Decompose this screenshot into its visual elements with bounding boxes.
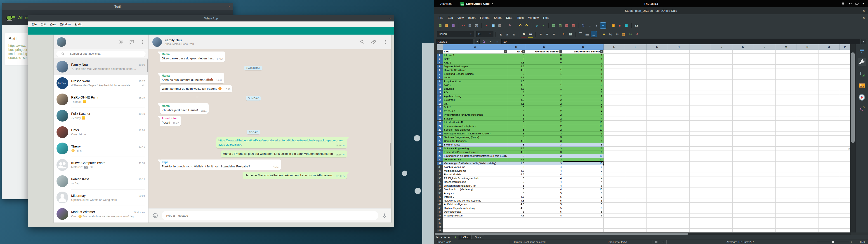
cell-B10[interactable]: 4.5 [507, 83, 525, 87]
search-input[interactable] [56, 51, 146, 57]
cell-C18[interactable]: 2 [525, 113, 563, 117]
cell-D32[interactable]: 2 [563, 165, 603, 169]
empty-cells[interactable] [603, 76, 851, 80]
cell-B18[interactable]: 3 [507, 113, 525, 117]
autofilter-button[interactable]: ▼ [600, 23, 606, 28]
cell-C42[interactable]: 5 [525, 203, 563, 207]
cell-D45[interactable]: 6 [563, 214, 603, 218]
add-decimal-button[interactable]: +.0 [627, 31, 633, 37]
redo-button[interactable]: ↷ [524, 23, 530, 28]
empty-cells[interactable] [603, 221, 851, 225]
empty-cells[interactable] [603, 195, 851, 199]
column-header-M[interactable]: M [775, 44, 797, 50]
cell-D23[interactable]: 3 [563, 132, 603, 135]
cell-A46[interactable] [443, 218, 507, 221]
column-header-D[interactable]: D [563, 44, 603, 50]
cell-A8[interactable]: Logik [443, 76, 507, 80]
cell-D4[interactable]: 2 [563, 61, 603, 65]
row-header-14[interactable]: 14 [437, 98, 443, 102]
align-left-button[interactable]: ≡ [538, 31, 544, 37]
cell-A45[interactable]: Projektpraktikum [443, 214, 507, 218]
cell-B33[interactable]: 4.5 [507, 169, 525, 173]
column-header-H[interactable]: H [668, 44, 689, 50]
cell-A30[interactable]: UK freie ECTS [443, 158, 507, 162]
cell-C24[interactable]: 3 [525, 135, 563, 140]
delete-columns-button[interactable]: ▥ [570, 23, 576, 28]
chat-list-scrollbar[interactable] [147, 59, 148, 72]
row-header-22[interactable]: 22 [437, 128, 443, 132]
menu-file[interactable]: File [436, 16, 445, 20]
menu-insert[interactable]: Insert [466, 16, 478, 20]
chat-list-item[interactable]: Mittermayr09:04Optimal, sunst warats ah … [54, 189, 148, 206]
row-header-1[interactable]: 1 [437, 50, 443, 54]
cell-D46[interactable] [563, 218, 603, 221]
row-header-43[interactable]: 43 [437, 206, 443, 210]
cell-C8[interactable]: 1 [525, 76, 563, 80]
cell-D8[interactable]: 1 [563, 76, 603, 80]
insert-mode-icon[interactable] [655, 240, 658, 244]
cell-C5[interactable]: 1 [525, 65, 563, 68]
empty-cells[interactable] [603, 94, 851, 98]
cell-B30[interactable]: 4.5 [507, 158, 525, 162]
calc-close-button[interactable]: × [863, 7, 865, 14]
cell-D11[interactable]: 3 [563, 87, 603, 91]
cell-D33[interactable]: 2 [563, 169, 603, 173]
cell-B6[interactable]: 4.5 [507, 68, 525, 72]
cell-A17[interactable]: PR Soft 2 [443, 109, 507, 113]
row-header-21[interactable]: 21 [437, 124, 443, 128]
row-header-35[interactable]: 35 [437, 177, 443, 180]
messages-scrollbar[interactable] [390, 143, 391, 165]
empty-cells[interactable] [603, 225, 851, 229]
cell-A16[interactable]: Soft 2 [443, 106, 507, 110]
sum-icon[interactable]: Σ [488, 39, 493, 44]
cell-A47[interactable] [443, 221, 507, 225]
format-number-button[interactable]: 0.0 [614, 31, 620, 37]
select-all-corner[interactable] [437, 44, 443, 50]
cell-D42[interactable]: 5 [563, 203, 603, 207]
font-name-combo[interactable]: Calibri ▼ [437, 31, 474, 37]
cell-D3[interactable]: 1 [563, 57, 603, 61]
row-header-15[interactable]: 15 [437, 102, 443, 106]
row-header-12[interactable]: 12 [437, 91, 443, 95]
empty-cells[interactable] [603, 102, 851, 106]
cut-button[interactable]: ✂ [484, 23, 490, 28]
properties-sidebar-icon[interactable] [858, 58, 866, 66]
empty-cells[interactable] [603, 57, 851, 61]
row-header-2[interactable]: 2 [437, 54, 443, 57]
empty-cells[interactable] [603, 206, 851, 210]
cell-A21[interactable]: Kommunikative Fertigkeiten [443, 124, 507, 128]
cell-C28[interactable]: 3 [525, 150, 563, 154]
chat-list-item[interactable]: Therry12:41 i di a [54, 140, 148, 157]
menu-kebab-icon[interactable] [140, 39, 145, 44]
cell-B9[interactable]: 1.5 [507, 80, 525, 83]
cell-A49[interactable] [443, 228, 507, 233]
column-header-G[interactable]: G [647, 44, 668, 50]
empty-cells[interactable] [603, 199, 851, 203]
empty-cells[interactable] [603, 72, 851, 76]
row-header-28[interactable]: 28 [437, 150, 443, 154]
empty-cells[interactable] [603, 147, 851, 150]
print-preview-button[interactable]: ▧ [473, 23, 479, 28]
whatsapp-titlebar[interactable]: WhatsApp × [28, 16, 394, 22]
cell-D14[interactable]: 2 [563, 98, 603, 102]
autofilter-button-icon[interactable]: ▼ [504, 50, 507, 53]
cell-D18[interactable]: 4 [563, 113, 603, 117]
cell-B11[interactable]: 4.5 [507, 87, 525, 91]
empty-cells[interactable] [603, 210, 851, 214]
column-header-I[interactable]: I [689, 44, 711, 50]
cell-D44[interactable]: 5 [563, 210, 603, 214]
empty-cells[interactable] [603, 132, 851, 135]
activities-button[interactable]: Activities [438, 2, 454, 5]
cell-D28[interactable]: 6 [563, 150, 603, 154]
cell-A25[interactable]: Computer Graphics [443, 139, 507, 143]
cell-C46[interactable] [525, 218, 563, 221]
row-header-45[interactable]: 45 [437, 214, 443, 218]
row-header-40[interactable]: 40 [437, 195, 443, 199]
sheet-tab-lvas[interactable]: LVAs [458, 235, 471, 239]
vertical-scrollbar[interactable] [850, 44, 855, 233]
autofilter-button-icon[interactable]: ▼ [559, 50, 562, 53]
cell-B44[interactable]: 6 [507, 210, 525, 214]
cell-A39[interactable]: Analysis [443, 191, 507, 195]
gallery-sidebar-icon[interactable] [858, 82, 866, 89]
zoom-out-icon[interactable]: − [814, 241, 815, 243]
